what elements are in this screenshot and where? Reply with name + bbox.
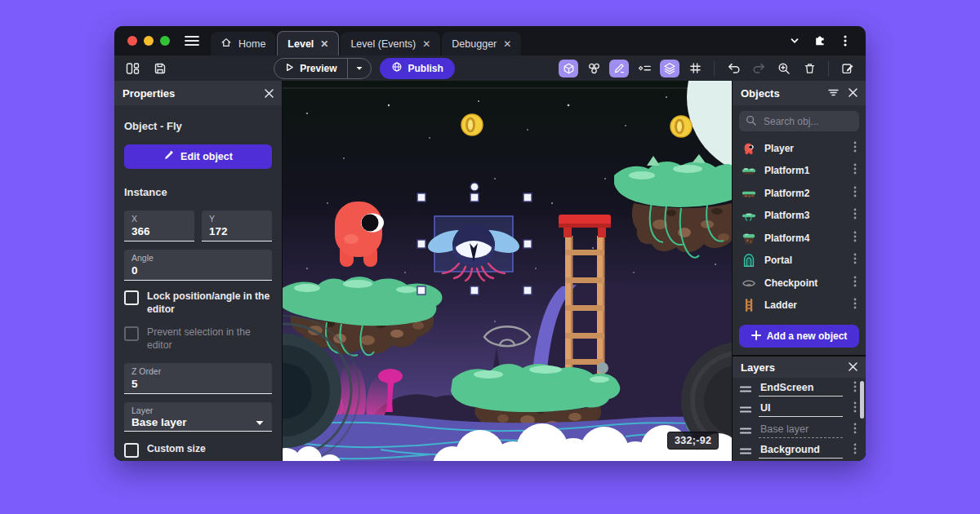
chevron-down-icon[interactable] bbox=[789, 35, 800, 47]
angle-input[interactable] bbox=[131, 264, 265, 277]
object-row-checkpoint[interactable]: Checkpoint bbox=[733, 272, 866, 295]
add-new-object-button[interactable]: Add a new object bbox=[739, 325, 859, 348]
kebab-menu-icon[interactable] bbox=[849, 253, 861, 268]
scene-canvas[interactable]: 332;-92 bbox=[283, 81, 732, 461]
x-input[interactable] bbox=[131, 224, 187, 237]
lock-position-checkbox-row[interactable]: Lock position/angle in the editor bbox=[124, 290, 272, 317]
kebab-menu-icon[interactable] bbox=[849, 208, 861, 223]
platform1-thumbnail bbox=[741, 162, 757, 179]
kebab-menu-icon[interactable] bbox=[849, 231, 861, 246]
layer-name[interactable]: Base layer bbox=[759, 422, 843, 438]
play-icon bbox=[284, 62, 295, 75]
layer-name[interactable]: EndScreen bbox=[759, 380, 843, 397]
custom-size-checkbox-row[interactable]: Custom size bbox=[124, 442, 272, 458]
z-order-input[interactable] bbox=[131, 377, 265, 390]
publish-button[interactable]: Publish bbox=[380, 58, 455, 79]
coin[interactable] bbox=[670, 116, 692, 137]
maximize-window-button[interactable] bbox=[160, 36, 170, 46]
close-properties-icon[interactable] bbox=[265, 89, 274, 98]
kebab-menu-icon[interactable] bbox=[849, 276, 861, 290]
layer-row-background[interactable]: Background bbox=[733, 441, 866, 462]
kebab-menu-icon[interactable] bbox=[849, 381, 861, 396]
layers-scrollbar[interactable] bbox=[860, 381, 864, 419]
properties-panel-title: Properties bbox=[122, 87, 175, 100]
minimize-window-button[interactable] bbox=[144, 36, 154, 46]
kebab-menu-icon[interactable] bbox=[849, 163, 861, 178]
x-field[interactable]: X bbox=[124, 210, 194, 241]
kebab-menu-icon[interactable] bbox=[840, 34, 851, 47]
lock-position-checkbox[interactable] bbox=[124, 290, 139, 305]
lock-position-label: Lock position/angle in the editor bbox=[147, 290, 272, 317]
group-icon[interactable] bbox=[584, 60, 604, 78]
instances-list-icon[interactable] bbox=[635, 60, 654, 78]
fly-instance-selected[interactable] bbox=[425, 216, 523, 281]
drag-handle-icon[interactable] bbox=[740, 381, 752, 396]
tab-level[interactable]: Level ✕ bbox=[277, 31, 339, 55]
extensions-puzzle-icon[interactable] bbox=[813, 34, 826, 47]
filter-icon[interactable] bbox=[828, 87, 839, 100]
close-tab-icon[interactable]: ✕ bbox=[503, 39, 511, 49]
kebab-menu-icon[interactable] bbox=[849, 141, 861, 156]
object-row-platform3[interactable]: Platform3 bbox=[733, 205, 866, 228]
prevent-selection-checkbox-row: Prevent selection in the editor bbox=[124, 326, 272, 352]
trash-icon[interactable] bbox=[800, 60, 819, 78]
drag-handle-icon[interactable] bbox=[740, 443, 752, 458]
close-layers-icon[interactable] bbox=[849, 361, 858, 374]
editor-window: Home Level ✕ Level (Events) ✕ Debugger ✕ bbox=[114, 26, 866, 461]
close-objects-icon[interactable] bbox=[849, 87, 858, 100]
object-row-platform1[interactable]: Platform1 bbox=[733, 160, 866, 183]
layer-row-ui[interactable]: UI bbox=[733, 399, 866, 420]
y-field[interactable]: Y bbox=[202, 210, 272, 241]
y-input[interactable] bbox=[209, 224, 265, 237]
kebab-menu-icon[interactable] bbox=[849, 423, 861, 437]
drag-handle-icon[interactable] bbox=[740, 423, 752, 437]
checkpoint-thumbnail bbox=[741, 275, 757, 291]
object-row-ladder[interactable]: Ladder bbox=[733, 295, 866, 317]
window-controls bbox=[127, 26, 170, 55]
coin[interactable] bbox=[461, 114, 483, 135]
object-row-player[interactable]: Player bbox=[733, 137, 866, 160]
kebab-menu-icon[interactable] bbox=[849, 186, 861, 201]
pencil-icon[interactable] bbox=[609, 60, 629, 78]
redo-icon[interactable] bbox=[749, 60, 768, 78]
layers-icon[interactable] bbox=[660, 60, 679, 78]
cube-icon[interactable] bbox=[559, 60, 578, 78]
object-row-portal[interactable]: Portal bbox=[733, 250, 866, 273]
preview-dropdown-button[interactable] bbox=[347, 59, 371, 78]
edit-object-button[interactable]: Edit object bbox=[124, 144, 272, 169]
drag-handle-icon[interactable] bbox=[740, 401, 752, 416]
custom-size-checkbox[interactable] bbox=[124, 443, 139, 458]
preview-button[interactable]: Preview bbox=[274, 58, 371, 79]
zoom-in-icon[interactable] bbox=[774, 60, 794, 78]
tab-debugger[interactable]: Debugger ✕ bbox=[442, 32, 521, 55]
add-new-object-label: Add a new object bbox=[767, 330, 848, 342]
object-name: Platform4 bbox=[764, 233, 842, 244]
layer-row-base-layer[interactable]: Base layer bbox=[733, 419, 866, 441]
pencil-icon bbox=[163, 150, 174, 163]
close-window-button[interactable] bbox=[127, 36, 137, 46]
grid-icon[interactable] bbox=[685, 60, 705, 78]
tab-level-events[interactable]: Level (Events) ✕ bbox=[341, 32, 440, 55]
object-row-platform2[interactable]: Platform2 bbox=[733, 182, 866, 205]
edit-scene-properties-icon[interactable] bbox=[838, 60, 858, 78]
menu-icon[interactable] bbox=[181, 26, 203, 55]
layer-name[interactable]: UI bbox=[759, 401, 843, 417]
kebab-menu-icon[interactable] bbox=[849, 298, 861, 312]
layer-row-endscreen[interactable]: EndScreen bbox=[733, 378, 866, 399]
angle-field[interactable]: Angle bbox=[124, 250, 272, 281]
z-order-field[interactable]: Z Order bbox=[124, 363, 272, 394]
kebab-menu-icon[interactable] bbox=[849, 443, 861, 458]
tab-home[interactable]: Home bbox=[211, 32, 275, 55]
layer-select[interactable]: Layer Base layer bbox=[124, 402, 272, 432]
object-search-box[interactable] bbox=[739, 111, 859, 131]
project-manager-icon[interactable] bbox=[122, 60, 142, 78]
kebab-menu-icon[interactable] bbox=[849, 401, 861, 416]
layer-name[interactable]: Background bbox=[759, 442, 843, 459]
undo-icon[interactable] bbox=[724, 60, 743, 78]
object-row-platform4[interactable]: Platform4 bbox=[733, 227, 866, 250]
close-tab-icon[interactable]: ✕ bbox=[422, 39, 430, 49]
player-instance[interactable] bbox=[335, 202, 384, 267]
object-search-input[interactable] bbox=[762, 115, 853, 128]
close-tab-icon[interactable]: ✕ bbox=[320, 39, 328, 49]
save-icon[interactable] bbox=[150, 60, 170, 78]
